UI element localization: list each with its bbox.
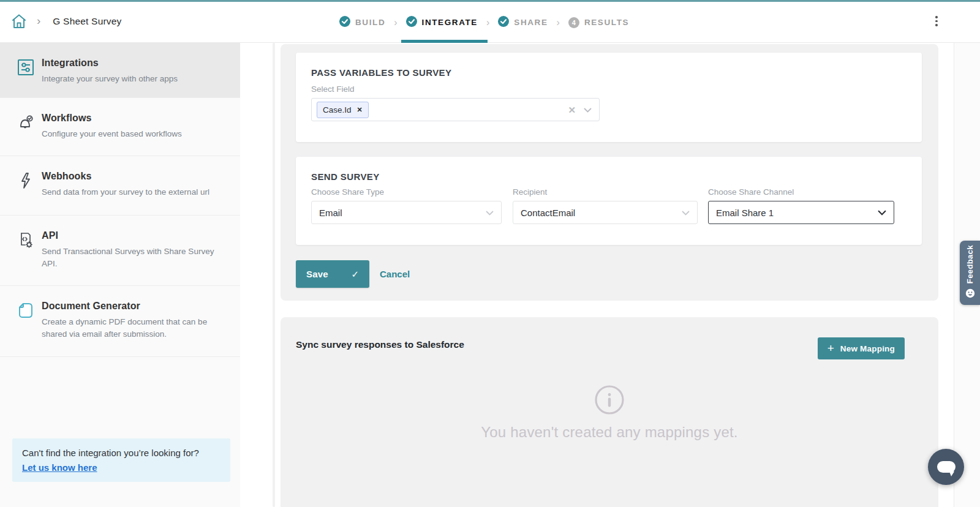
smiley-icon [965,288,975,301]
salesforce-mapping-panel: Sync survey responses to Salesforce + Ne… [281,317,938,507]
sidebar-item-integrations[interactable]: Integrations Integrate your survey with … [0,43,240,98]
empty-mappings-state: You haven't created any mappings yet. [281,385,938,441]
send-survey-card: SEND SURVEY Choose Share Type Email Reci… [296,157,922,245]
right-gutter-divider [954,43,954,507]
step-label: INTEGRATE [422,18,478,27]
integrations-sidebar: Integrations Integrate your survey with … [0,43,240,507]
document-icon [16,301,36,320]
feedback-label: Feedback [965,245,974,284]
step-label: RESULTS [584,18,629,27]
bell-check-icon [16,113,36,132]
sync-responses-title: Sync survey responses to Salesforce [296,339,464,350]
chevron-down-icon [878,207,886,218]
sidebar-item-subtitle: Send Transactional Surveys with Share Su… [42,246,218,269]
more-options-icon[interactable] [932,16,941,28]
chevron-right-icon: › [37,15,40,26]
check-circle-icon [406,16,417,29]
new-mapping-button[interactable]: + New Mapping [818,337,905,359]
sidebar-item-title: Webhooks [42,171,218,182]
salesforce-share-settings-panel: PASS VARIABLES TO SURVEY Select Field Ca… [281,44,938,301]
chevron-down-icon [682,207,690,218]
share-channel-value: Email Share 1 [716,208,774,218]
feedback-tab[interactable]: Feedback [960,241,980,305]
pass-variables-card: PASS VARIABLES TO SURVEY Select Field Ca… [296,53,922,142]
step-label: BUILD [355,18,385,27]
selected-field-chip: Case.Id ✕ [317,102,369,118]
pass-variables-heading: PASS VARIABLES TO SURVEY [311,67,451,78]
sidebar-item-subtitle: Configure your event based workflows [42,128,218,140]
step-number-badge: 4 [568,17,579,28]
step-integrate[interactable]: INTEGRATE [406,2,478,43]
let-us-know-link[interactable]: Let us know here [22,462,97,473]
sidebar-item-title: Workflows [42,113,218,124]
empty-mappings-message: You haven't created any mappings yet. [281,424,938,441]
check-circle-icon [498,16,509,29]
check-circle-icon [339,16,350,29]
plus-icon: + [827,342,834,354]
share-type-field: Choose Share Type Email [311,187,502,197]
info-icon [594,385,625,418]
save-button[interactable]: Save ✓ [296,260,369,288]
top-header: › G Sheet Survey BUILD › INTEGRATE › [0,0,980,43]
send-survey-heading: SEND SURVEY [311,171,380,182]
recipient-field: Recipient ContactEmail [513,187,698,197]
chevron-down-icon [486,207,494,218]
share-type-select[interactable]: Email [311,201,502,224]
sidebar-item-webhooks[interactable]: Webhooks Send data from your survey to t… [0,156,240,216]
share-type-label: Choose Share Type [311,187,502,197]
content-scrollbar[interactable] [273,43,275,507]
recipient-select[interactable]: ContactEmail [513,201,698,224]
recipient-value: ContactEmail [521,208,575,218]
sliders-icon [16,58,36,77]
share-type-value: Email [319,208,342,218]
cancel-button[interactable]: Cancel [380,260,410,288]
chevron-right-icon: › [394,17,397,28]
step-build[interactable]: BUILD [339,2,385,43]
active-step-underline [401,40,488,43]
step-label: SHARE [514,18,548,27]
survey-title: G Sheet Survey [53,16,121,27]
sidebar-item-title: Integrations [42,58,218,69]
chevron-right-icon: › [557,17,560,28]
integration-request-note: Can't find the integration you’re lookin… [12,438,230,482]
progress-stepper: BUILD › INTEGRATE › SHARE › 4 RESULTS [339,2,629,43]
breadcrumb: › G Sheet Survey [10,0,122,43]
chat-widget-button[interactable] [928,449,964,485]
top-accent-bar [0,0,980,2]
sidebar-item-document-generator[interactable]: Document Generator Create a dynamic PDF … [0,286,240,357]
recipient-label: Recipient [513,187,698,197]
select-field-label: Select Field [311,85,355,94]
chevron-down-icon[interactable] [584,104,592,115]
remove-chip-icon[interactable]: ✕ [357,107,363,113]
lightning-icon [16,171,36,190]
chevron-right-icon: › [486,17,489,28]
clear-all-icon[interactable]: ✕ [568,105,576,115]
sidebar-item-subtitle: Send data from your survey to the extern… [42,186,218,198]
chip-label: Case.Id [323,105,352,115]
code-gear-icon [16,230,36,250]
app-window: › G Sheet Survey BUILD › INTEGRATE › [0,0,980,507]
share-channel-field: Choose Share Channel Email Share 1 [708,187,894,197]
sidebar-item-workflows[interactable]: Workflows Configure your event based wor… [0,98,240,156]
sidebar-item-title: API [42,230,218,241]
check-icon: ✓ [351,269,359,280]
sidebar-item-api[interactable]: API Send Transactional Surveys with Shar… [0,216,240,286]
select-field-multiselect[interactable]: Case.Id ✕ ✕ [311,98,600,121]
step-share[interactable]: SHARE [498,2,548,43]
share-channel-select[interactable]: Email Share 1 [708,201,894,224]
share-channel-label: Choose Share Channel [708,187,894,197]
step-results[interactable]: 4 RESULTS [568,2,629,43]
sidebar-item-subtitle: Integrate your survey with other apps [42,73,218,85]
sidebar-item-title: Document Generator [42,301,218,312]
note-text: Can't find the integration you’re lookin… [22,448,221,458]
home-icon[interactable] [10,12,28,31]
sidebar-item-subtitle: Create a dynamic PDF document that can b… [42,316,218,340]
